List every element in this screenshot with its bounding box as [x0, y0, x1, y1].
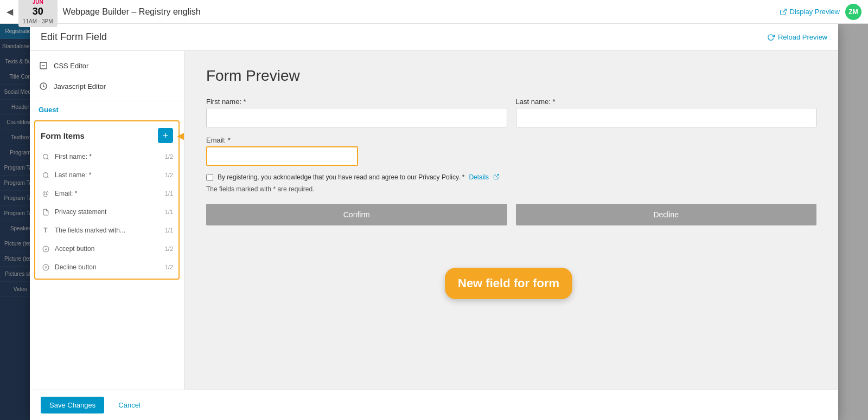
svg-line-6 [47, 177, 48, 178]
privacy-row: By registering, you acknowledge that you… [206, 173, 816, 181]
form-item-firstname[interactable]: First name: * 1/2 [35, 147, 178, 166]
x-circle-icon [41, 262, 50, 272]
reload-preview-button[interactable]: Reload Preview [767, 33, 827, 41]
svg-line-0 [782, 9, 786, 12]
confirm-button[interactable]: Confirm [206, 204, 507, 225]
css-editor-item[interactable]: CSS Editor [30, 55, 184, 76]
external-link-icon [780, 8, 787, 16]
svg-point-3 [43, 154, 48, 159]
new-field-tooltip: New field for form [445, 268, 572, 299]
add-form-item-button[interactable]: + [158, 128, 173, 143]
check-circle-icon [41, 244, 50, 254]
form-item-fields-count: 1/1 [165, 227, 173, 234]
guest-label: Guest [30, 101, 184, 118]
modal-overlay: Edit Form Field Reload Preview CSS [0, 24, 868, 420]
display-preview-button[interactable]: Display Preview [780, 8, 840, 16]
js-editor-label: Javascript Editor [54, 82, 106, 91]
search-icon [41, 152, 50, 161]
date-badge: JUN 30 11AM - 3PM [18, 0, 58, 27]
document-icon [41, 207, 50, 217]
reload-label: Reload Preview [778, 33, 827, 41]
first-name-group: First name: * [206, 98, 507, 127]
form-item-email-count: 1/1 [165, 190, 173, 197]
date-day: 30 [23, 5, 53, 18]
date-time: 11AM - 3PM [23, 18, 53, 25]
first-name-input[interactable] [206, 108, 507, 127]
modal-footer: Save Changes Cancel [30, 390, 838, 420]
form-item-lastname[interactable]: Last name: * 1/2 [35, 166, 178, 184]
last-name-group: Last name: * [516, 98, 817, 127]
form-item-privacy-count: 1/1 [165, 209, 173, 215]
form-item-email-label: Email: * [55, 190, 161, 197]
panel-menu: CSS Editor Javascript Editor [30, 51, 184, 101]
text-icon: T [41, 225, 50, 235]
email-group: Email: * [206, 136, 816, 166]
reload-icon [767, 34, 775, 41]
privacy-text: By registering, you acknowledge that you… [218, 173, 464, 181]
form-item-accept[interactable]: Accept button 1/2 [35, 240, 178, 258]
js-icon [39, 81, 48, 91]
search-icon-2 [41, 170, 50, 180]
required-note: The fields marked with * are required. [206, 185, 816, 193]
date-month: JUN [23, 0, 53, 5]
svg-line-11 [496, 175, 499, 178]
display-preview-label: Display Preview [790, 8, 840, 16]
preview-area: Form Preview First name: * Last name: * … [184, 51, 838, 390]
form-item-privacy-label: Privacy statement [55, 208, 161, 216]
external-link-small-icon [493, 173, 500, 180]
panel: CSS Editor Javascript Editor Guest [30, 51, 184, 390]
form-item-lastname-label: Last name: * [55, 171, 161, 179]
form-items-header: Form Items + ◀ [35, 124, 178, 147]
details-link[interactable]: Details [469, 173, 489, 181]
email-input[interactable] [206, 146, 358, 166]
modal-body: CSS Editor Javascript Editor Guest [30, 51, 838, 390]
form-item-decline-label: Decline button [55, 263, 161, 271]
form-item-privacy[interactable]: Privacy statement 1/1 [35, 203, 178, 221]
form-item-fields-label: The fields marked with... [55, 227, 161, 234]
form-item-firstname-label: First name: * [55, 153, 161, 160]
top-bar-right: Display Preview ZM [780, 4, 861, 20]
js-editor-item[interactable]: Javascript Editor [30, 76, 184, 96]
back-button[interactable]: ◀ [7, 7, 13, 17]
cancel-button[interactable]: Cancel [110, 397, 149, 413]
form-item-accept-label: Accept button [55, 245, 161, 253]
first-name-label: First name: * [206, 98, 507, 106]
page-title: Webpage Builder – Registry english [63, 7, 774, 17]
save-changes-button[interactable]: Save Changes [41, 397, 104, 413]
arrow-indicator: ◀ [177, 129, 184, 142]
form-preview-title: Form Preview [206, 67, 816, 85]
main-layout: Registratio... Standalone (optional) Tex… [0, 24, 868, 420]
decline-button[interactable]: Decline [516, 204, 817, 225]
last-name-label: Last name: * [516, 98, 817, 106]
form-item-firstname-count: 1/2 [165, 153, 173, 160]
form-items-title: Form Items [41, 131, 85, 140]
form-item-fields[interactable]: T The fields marked with... 1/1 [35, 221, 178, 240]
svg-line-4 [47, 158, 48, 159]
form-top-row: First name: * Last name: * [206, 98, 816, 127]
privacy-checkbox[interactable] [206, 174, 213, 181]
svg-point-5 [43, 172, 48, 177]
avatar: ZM [845, 4, 861, 20]
last-name-input[interactable] [516, 108, 817, 127]
form-item-accept-count: 1/2 [165, 245, 173, 252]
form-item-lastname-count: 1/2 [165, 172, 173, 178]
form-item-email[interactable]: @ Email: * 1/1 [35, 184, 178, 203]
modal: Edit Form Field Reload Preview CSS [30, 24, 838, 420]
css-icon [39, 61, 48, 70]
top-bar: ◀ JUN 30 11AM - 3PM Webpage Builder – Re… [0, 0, 868, 24]
modal-title: Edit Form Field [41, 31, 107, 43]
svg-point-7 [43, 246, 49, 252]
css-editor-label: CSS Editor [54, 62, 88, 70]
email-icon: @ [41, 189, 50, 198]
email-label: Email: * [206, 136, 816, 144]
modal-header: Edit Form Field Reload Preview [30, 24, 838, 51]
form-item-decline[interactable]: Decline button 1/2 [35, 258, 178, 276]
form-item-decline-count: 1/2 [165, 264, 173, 270]
action-buttons-row: Confirm Decline [206, 204, 816, 225]
form-items-section: Form Items + ◀ First name: * [34, 120, 180, 280]
